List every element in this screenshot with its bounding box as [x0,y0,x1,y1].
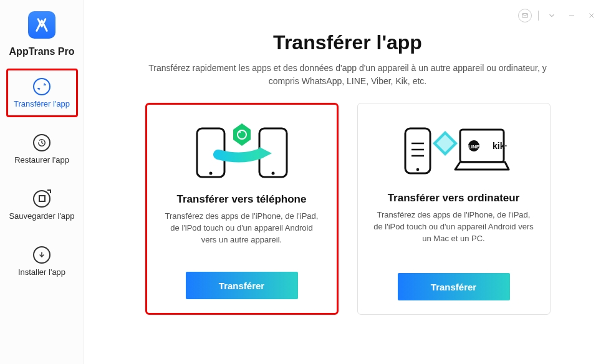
svg-rect-12 [405,128,430,173]
sidebar-item-label: Sauvegarder l'app [9,211,74,221]
svg-text:kik·: kik· [493,141,507,151]
restore-icon [33,134,51,151]
window-controls [518,9,599,22]
feedback-icon[interactable] [518,9,532,22]
card-row: Transférer vers téléphone Transférez des… [145,103,551,315]
app-logo-icon [28,11,55,39]
page-subtitle: Transférez rapidement les apps et des do… [136,62,560,88]
page-title: Transférer l'app [273,31,422,54]
sidebar-item-backup[interactable]: Sauvegarder l'app [6,181,78,229]
minimize-button[interactable] [565,9,579,22]
sidebar-item-transfer[interactable]: Transférer l'app [6,69,78,117]
card-title: Transférer vers ordinateur [388,192,520,204]
sidebar-item-install[interactable]: Installer l'app [6,237,78,285]
backup-icon [33,190,51,208]
card-transfer-to-phone: Transférer vers téléphone Transférez des… [145,103,339,315]
dropdown-icon[interactable] [545,9,559,22]
svg-point-11 [239,132,240,133]
sidebar: AppTrans Pro Transférer l'app Restaurer … [0,0,84,364]
svg-marker-9 [233,123,251,146]
card-desc: Transférez des apps de l'iPhone, de l'iP… [162,211,322,246]
svg-point-13 [416,168,419,171]
card-desc: Transférez des apps de l'iPhone, de l'iP… [373,209,535,245]
phone-to-computer-icon: LINE kik· [398,116,510,184]
transfer-icon [33,78,51,95]
close-button[interactable] [585,9,599,22]
sidebar-item-restore[interactable]: Restaurer l'app [6,125,78,173]
svg-point-6 [209,172,212,175]
svg-point-7 [271,172,274,175]
phone-to-phone-icon [186,117,298,186]
svg-text:LINE: LINE [468,144,479,150]
transfer-to-computer-button[interactable]: Transférer [398,273,510,300]
svg-marker-8 [259,147,272,160]
separator [538,11,539,21]
install-icon [33,246,51,264]
card-transfer-to-computer: LINE kik· Transférer vers ordinateur Tra… [357,103,551,315]
app-brand: AppTrans Pro [9,46,75,57]
sidebar-item-label: Transférer l'app [14,99,70,108]
main-content: Transférer l'app Transférez rapidement l… [84,0,611,364]
sidebar-item-label: Installer l'app [18,267,65,277]
sidebar-item-label: Restaurer l'app [14,155,69,165]
card-title: Transférer vers téléphone [177,193,307,206]
transfer-to-phone-button[interactable]: Transférer [186,272,298,299]
